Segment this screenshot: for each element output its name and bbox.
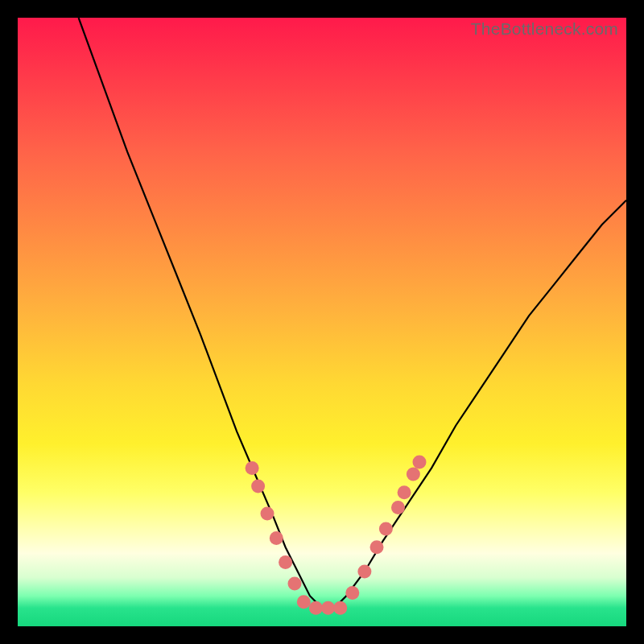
chart-marker bbox=[379, 522, 393, 536]
chart-marker bbox=[407, 468, 420, 481]
chart-marker bbox=[321, 601, 335, 615]
chart-svg bbox=[18, 18, 626, 626]
chart-marker bbox=[297, 595, 311, 609]
chart-marker bbox=[261, 507, 275, 521]
chart-marker bbox=[398, 485, 411, 499]
chart-markers bbox=[246, 455, 427, 614]
chart-marker bbox=[413, 455, 427, 469]
chart-marker bbox=[309, 601, 323, 615]
chart-marker bbox=[279, 555, 292, 569]
chart-marker bbox=[333, 601, 347, 615]
chart-marker bbox=[270, 531, 283, 545]
chart-marker bbox=[251, 480, 265, 493]
chart-frame: TheBottleneck.com bbox=[0, 0, 644, 644]
chart-marker bbox=[370, 540, 384, 554]
chart-marker bbox=[288, 577, 302, 591]
chart-marker bbox=[357, 565, 371, 579]
bottleneck-curve-path bbox=[79, 18, 626, 608]
chart-marker bbox=[246, 461, 259, 475]
chart-plot-area: TheBottleneck.com bbox=[18, 18, 626, 626]
chart-marker bbox=[345, 586, 359, 600]
chart-marker bbox=[391, 501, 405, 514]
